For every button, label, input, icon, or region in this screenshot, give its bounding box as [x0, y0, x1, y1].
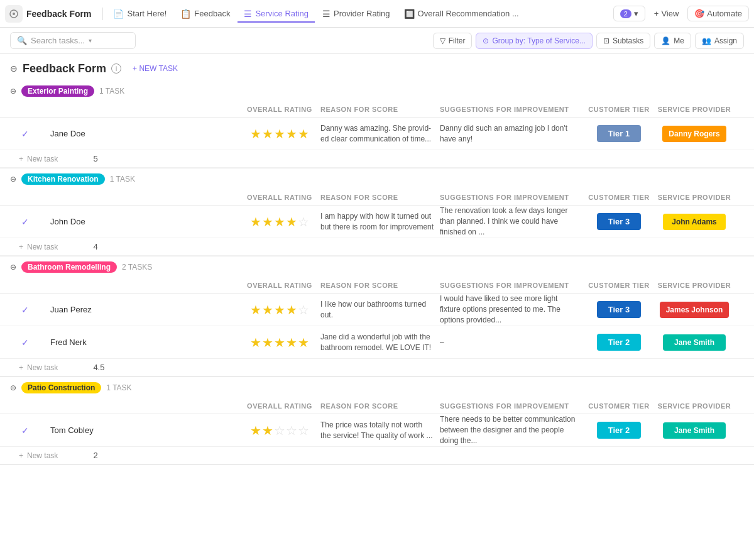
col-service-provider: SERVICE PROVIDER: [653, 282, 735, 289]
task-checkbox[interactable]: ✓: [21, 129, 29, 139]
group-badge-bathroom-remodelling: Bathroom Remodelling: [21, 261, 117, 273]
task-provider: James Johnson: [653, 299, 735, 321]
page-title: Feedback Form: [23, 62, 106, 75]
me-icon: 👤: [661, 36, 670, 45]
tier-badge: Tier 1: [597, 125, 641, 142]
col-customer-tier: CUSTOMER TIER: [584, 106, 653, 113]
col-headers-bathroom-remodelling: OVERALL RATING REASON FOR SCORE SUGGESTI…: [0, 278, 754, 294]
me-label: Me: [674, 36, 684, 45]
col-service-provider: SERVICE PROVIDER: [653, 194, 735, 201]
toolbar-right: ▽ Filter ⊙ Group by: Type of Service... …: [433, 33, 744, 49]
star-2: ★: [262, 423, 273, 438]
new-task-label: New task: [27, 363, 58, 372]
star-5: ★: [298, 335, 309, 350]
tab-provider-rating[interactable]: ☰ Provider Rating: [316, 5, 396, 23]
task-provider: Danny Rogers: [653, 123, 735, 145]
task-checkbox[interactable]: ✓: [21, 305, 29, 315]
new-task-button[interactable]: + NEW TASK: [126, 62, 184, 75]
tab-service-rating-label: Service Rating: [255, 9, 309, 18]
col-suggestions: SUGGESTIONS FOR IMPROVEMENT: [440, 282, 584, 289]
badge-count-btn[interactable]: 2 ▾: [613, 6, 645, 21]
start-here-icon: 📄: [113, 9, 124, 19]
task-checkbox[interactable]: ✓: [21, 338, 29, 348]
task-checkbox[interactable]: ✓: [21, 217, 29, 227]
task-row-bathroom-remodelling-1[interactable]: ✓ Fred Nerk ★★★★★ Jane did a wonderful j…: [0, 326, 754, 359]
tier-badge: Tier 3: [597, 213, 641, 230]
task-reason: I like how our bathrooms turned out.: [320, 299, 440, 321]
star-2: ★: [262, 335, 273, 350]
automate-btn[interactable]: 🎯 Automate: [687, 6, 749, 21]
collapse-all-icon[interactable]: ⊖: [10, 63, 18, 74]
group-section-bathroom-remodelling: ⊖ Bathroom Remodelling 2 TASKS OVERALL R…: [0, 256, 754, 377]
group-header-patio-construction: ⊖ Patio Construction 1 TASK: [0, 377, 754, 398]
collapse-kitchen-renovation[interactable]: ⊖: [10, 175, 16, 184]
star-1: ★: [250, 423, 261, 438]
task-reason: I am happy with how it turned out but th…: [320, 211, 440, 233]
col-service-provider: SERVICE PROVIDER: [653, 106, 735, 113]
avg-badge-bathroom-remodelling: 4.5: [93, 363, 104, 372]
col-customer-tier: CUSTOMER TIER: [584, 282, 653, 289]
subtasks-icon: ⊡: [603, 36, 609, 45]
main-content: ⊖ Exterior Painting 1 TASK OVERALL RATIN…: [0, 80, 754, 465]
star-4: ★: [286, 214, 297, 229]
me-btn[interactable]: 👤 Me: [654, 33, 691, 49]
star-1: ★: [250, 126, 261, 141]
tier-badge: Tier 2: [597, 422, 641, 439]
star-4: ★: [286, 302, 297, 317]
task-row-patio-construction-0[interactable]: ✓ Tom Cobley ★★☆☆☆ The price was totally…: [0, 414, 754, 447]
new-task-row-exterior-painting[interactable]: + New task 5: [0, 150, 754, 168]
assign-btn[interactable]: 👥 Assign: [695, 33, 744, 49]
task-check-area: ✓: [0, 338, 50, 348]
star-5: ☆: [298, 302, 309, 317]
tab-service-rating[interactable]: ☰ Service Rating: [238, 5, 315, 23]
task-stars: ★★★★☆: [239, 302, 320, 317]
star-2: ★: [262, 126, 273, 141]
collapse-bathroom-remodelling[interactable]: ⊖: [10, 263, 16, 272]
group-task-count-exterior-painting: 1 TASK: [99, 87, 124, 96]
new-task-row-kitchen-renovation[interactable]: + New task 4: [0, 238, 754, 256]
task-checkbox[interactable]: ✓: [21, 425, 29, 436]
plus-icon: +: [654, 9, 659, 18]
plus-icon-new-task: +: [19, 363, 23, 372]
task-stars: ★★☆☆☆: [239, 423, 320, 438]
plus-icon-new-task: +: [19, 243, 23, 251]
tab-overall-recommendation[interactable]: 🔲 Overall Recommendation ...: [398, 5, 525, 23]
new-task-row-patio-construction[interactable]: + New task 2: [0, 447, 754, 464]
search-box[interactable]: 🔍 Search tasks... ▾: [10, 32, 136, 49]
col-overall-rating: OVERALL RATING: [239, 282, 320, 289]
provider-badge: James Johnson: [660, 302, 729, 318]
col-service-provider: SERVICE PROVIDER: [653, 402, 735, 410]
group-by-label: Group by: Type of Service...: [492, 36, 586, 45]
star-3: ★: [274, 214, 285, 229]
star-5: ☆: [298, 214, 309, 229]
tab-feedback[interactable]: 📋 Feedback: [174, 5, 236, 23]
task-provider: John Adams: [653, 211, 735, 233]
subtasks-btn[interactable]: ⊡ Subtasks: [596, 33, 650, 49]
task-provider: Jane Smith: [653, 420, 735, 441]
task-row-kitchen-renovation-0[interactable]: ✓ John Doe ★★★★☆ I am happy with how it …: [0, 206, 754, 238]
plus-view-btn[interactable]: + View: [648, 6, 686, 21]
collapse-patio-construction[interactable]: ⊖: [10, 383, 16, 392]
assign-icon: 👥: [702, 36, 711, 45]
tab-start-here[interactable]: 📄 Start Here!: [107, 5, 173, 23]
group-badge-patio-construction: Patio Construction: [21, 382, 101, 393]
group-by-icon: ⊙: [483, 36, 489, 45]
task-row-bathroom-remodelling-0[interactable]: ✓ Juan Perez ★★★★☆ I like how our bathro…: [0, 294, 754, 326]
task-customer-tier: Tier 2: [584, 331, 653, 353]
tab-feedback-label: Feedback: [194, 9, 230, 18]
collapse-exterior-painting[interactable]: ⊖: [10, 87, 16, 96]
task-row-exterior-painting-0[interactable]: ✓ Jane Doe ★★★★★ Danny was amazing. She …: [0, 118, 754, 150]
task-check-area: ✓: [0, 305, 50, 315]
info-icon[interactable]: i: [111, 63, 121, 74]
group-by-btn[interactable]: ⊙ Group by: Type of Service...: [476, 33, 593, 49]
task-customer-tier: Tier 3: [584, 211, 653, 233]
task-check-area: ✓: [0, 129, 50, 139]
avg-badge-exterior-painting: 5: [93, 154, 97, 163]
filter-btn[interactable]: ▽ Filter: [433, 33, 473, 49]
col-customer-tier: CUSTOMER TIER: [584, 402, 653, 410]
group-badge-exterior-painting: Exterior Painting: [21, 85, 94, 97]
provider-badge: Jane Smith: [663, 334, 726, 351]
group-section-patio-construction: ⊖ Patio Construction 1 TASK OVERALL RATI…: [0, 377, 754, 465]
task-suggestions: I would have liked to see more light fix…: [440, 294, 584, 325]
new-task-row-bathroom-remodelling[interactable]: + New task 4.5: [0, 359, 754, 376]
